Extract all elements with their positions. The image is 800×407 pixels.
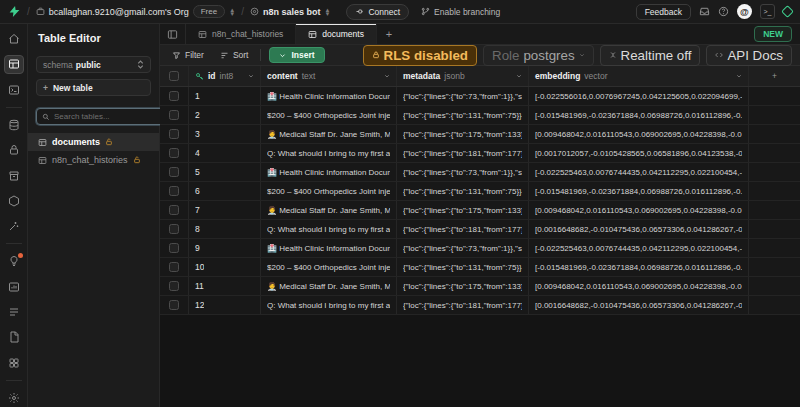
table-row[interactable]: 1 🏥 Health Clinic Information Document 📍…	[160, 87, 800, 106]
cell-content[interactable]: Q: What should I bring to my first appoi…	[261, 296, 397, 314]
cell-embedding[interactable]: [0.009468042,0.016110543,0.069002695,0.0…	[529, 277, 749, 295]
cell-content[interactable]: 🧑‍⚕️ Medical Staff Dr. Jane Smith, MD Sp…	[261, 201, 397, 219]
row-checkbox[interactable]	[169, 205, 179, 215]
cell-embedding[interactable]: [0.009468042,0.016110543,0.069002695,0.0…	[529, 125, 749, 143]
column-header-content[interactable]: content text	[261, 66, 397, 86]
role-select-button[interactable]: Role postgres	[483, 45, 594, 66]
project-breadcrumb[interactable]: n8n sales bot ▲▼	[250, 7, 330, 17]
row-checkbox[interactable]	[169, 243, 179, 253]
new-feature-badge-button[interactable]: NEW	[754, 26, 792, 42]
cell-embedding[interactable]: [-0.022525463,0.0076744435,0.042112295,0…	[529, 163, 749, 181]
project-switch-icon[interactable]: ▲▼	[324, 8, 330, 16]
insert-button[interactable]: Insert	[269, 47, 324, 63]
help-icon[interactable]	[718, 6, 729, 17]
org-switch-icon[interactable]: ▲▼	[229, 8, 235, 16]
cell-content[interactable]: 🏥 Health Clinic Information Document 📍	[261, 163, 397, 181]
collapse-sidebar-icon[interactable]	[160, 24, 186, 44]
cell-id[interactable]: 4	[189, 144, 261, 162]
row-checkbox[interactable]	[169, 110, 179, 120]
cell-embedding[interactable]: [-0.015481969,-0.023671884,0.06988726,0.…	[529, 182, 749, 200]
nav-database-icon[interactable]	[4, 116, 24, 134]
row-checkbox[interactable]	[169, 224, 179, 234]
table-row[interactable]: 9 🏥 Health Clinic Information Document 📍…	[160, 239, 800, 258]
nav-advisors-icon[interactable]	[4, 252, 24, 270]
row-checkbox[interactable]	[169, 186, 179, 196]
table-row[interactable]: 5 🏥 Health Clinic Information Document 📍…	[160, 163, 800, 182]
supabase-logo-icon[interactable]	[8, 5, 21, 18]
chevron-down-icon[interactable]	[516, 73, 522, 79]
nav-storage-icon[interactable]	[4, 167, 24, 185]
table-list-item-n8n-chat-histories[interactable]: n8n_chat_histories	[28, 151, 159, 169]
nav-api-docs-icon[interactable]	[4, 328, 24, 346]
rls-disabled-button[interactable]: RLS disabled	[363, 45, 477, 66]
cell-embedding[interactable]: [0.0016648682,-0.010475436,0.06573306,0.…	[529, 296, 749, 314]
nav-table-editor-icon[interactable]	[4, 55, 24, 73]
row-checkbox[interactable]	[169, 167, 179, 177]
table-row[interactable]: 3 🧑‍⚕️ Medical Staff Dr. Jane Smith, MD …	[160, 125, 800, 144]
cell-id[interactable]: 6	[189, 182, 261, 200]
table-row[interactable]: 4 Q: What should I bring to my first app…	[160, 144, 800, 163]
nav-sql-editor-icon[interactable]	[4, 81, 24, 99]
column-header-embedding[interactable]: embedding vector	[529, 66, 749, 86]
cell-metadata[interactable]: {"loc":{"lines":{"to":175,"from":133}},"…	[397, 125, 529, 143]
schema-select[interactable]: schema public	[36, 56, 151, 73]
chevron-down-icon[interactable]	[384, 73, 390, 79]
cell-metadata[interactable]: {"loc":{"lines":{"to":175,"from":133}},"…	[397, 277, 529, 295]
nav-settings-icon[interactable]	[4, 389, 24, 407]
row-checkbox[interactable]	[169, 300, 179, 310]
nav-auth-icon[interactable]	[4, 141, 24, 159]
connect-button[interactable]: Connect	[346, 4, 409, 20]
cell-metadata[interactable]: {"loc":{"lines":{"to":131,"from":75}},"s…	[397, 258, 529, 276]
cell-metadata[interactable]: {"loc":{"lines":{"to":73,"from":1}},"sou…	[397, 239, 529, 257]
cell-embedding[interactable]: [-0.015481969,-0.023671884,0.06988726,0.…	[529, 258, 749, 276]
new-tab-button[interactable]: +	[377, 24, 401, 44]
chevron-down-icon[interactable]	[248, 73, 254, 79]
chevron-down-icon[interactable]	[736, 73, 742, 79]
cell-id[interactable]: 10	[189, 258, 261, 276]
cell-content[interactable]: $200 – $400 Orthopedics Joint injections	[261, 106, 397, 124]
search-tables-input[interactable]	[54, 112, 164, 121]
cell-id[interactable]: 1	[189, 87, 261, 105]
row-checkbox[interactable]	[169, 262, 179, 272]
cell-embedding[interactable]: [-0.022556016,0.0076967245,0.042125605,0…	[529, 87, 749, 105]
command-menu-icon[interactable]: >_	[760, 4, 775, 19]
table-row[interactable]: 6 $200 – $400 Orthopedics Joint injectio…	[160, 182, 800, 201]
table-row[interactable]: 8 Q: What should I bring to my first app…	[160, 220, 800, 239]
inbox-icon[interactable]	[699, 6, 710, 17]
row-checkbox[interactable]	[169, 129, 179, 139]
cell-content[interactable]: 🏥 Health Clinic Information Document 📍	[261, 87, 397, 105]
cell-id[interactable]: 11	[189, 277, 261, 295]
cell-embedding[interactable]: [-0.022525463,0.0076744435,0.042112295,0…	[529, 239, 749, 257]
row-checkbox[interactable]	[169, 148, 179, 158]
table-row[interactable]: 12 Q: What should I bring to my first ap…	[160, 296, 800, 315]
sort-button[interactable]: Sort	[216, 48, 253, 62]
cell-content[interactable]: $200 – $400 Orthopedics Joint injections	[261, 258, 397, 276]
cell-metadata[interactable]: {"loc":{"lines":{"to":175,"from":133}},"…	[397, 201, 529, 219]
cell-embedding[interactable]: [0.0016648682,-0.010475436,0.06573306,0.…	[529, 220, 749, 238]
cell-metadata[interactable]: {"loc":{"lines":{"to":131,"from":75}},"s…	[397, 182, 529, 200]
enable-branching-button[interactable]: Enable branching	[421, 7, 500, 17]
nav-reports-icon[interactable]	[4, 278, 24, 296]
cell-id[interactable]: 7	[189, 201, 261, 219]
select-all-checkbox[interactable]	[169, 71, 179, 81]
nav-home-icon[interactable]	[4, 30, 24, 48]
user-avatar[interactable]: @	[737, 4, 752, 19]
tab-documents[interactable]: documents	[296, 24, 377, 44]
new-table-button[interactable]: + New table	[36, 79, 151, 96]
nav-realtime-icon[interactable]	[4, 217, 24, 235]
tab-n8n-chat-histories[interactable]: n8n_chat_histories	[186, 24, 296, 44]
cell-content[interactable]: Q: What should I bring to my first appoi…	[261, 144, 397, 162]
cell-metadata[interactable]: {"loc":{"lines":{"to":181,"from":177}},"…	[397, 296, 529, 314]
column-header-id[interactable]: id int8	[189, 66, 261, 86]
row-checkbox[interactable]	[169, 281, 179, 291]
cell-content[interactable]: 🧑‍⚕️ Medical Staff Dr. Jane Smith, MD Sp…	[261, 277, 397, 295]
cell-metadata[interactable]: {"loc":{"lines":{"to":73,"from":1}},"sou…	[397, 87, 529, 105]
cell-embedding[interactable]: [0.0017012057,-0.0105428565,0.06581896,0…	[529, 144, 749, 162]
nav-logs-icon[interactable]	[4, 303, 24, 321]
table-row[interactable]: 2 $200 – $400 Orthopedics Joint injectio…	[160, 106, 800, 125]
org-breadcrumb[interactable]: bcallaghan.9210@gmail.com's Org Free ▲▼	[36, 5, 235, 18]
column-header-metadata[interactable]: metadata jsonb	[397, 66, 529, 86]
cell-content[interactable]: 🧑‍⚕️ Medical Staff Dr. Jane Smith, MD Sp…	[261, 125, 397, 143]
cell-id[interactable]: 3	[189, 125, 261, 143]
table-row[interactable]: 10 $200 – $400 Orthopedics Joint injecti…	[160, 258, 800, 277]
